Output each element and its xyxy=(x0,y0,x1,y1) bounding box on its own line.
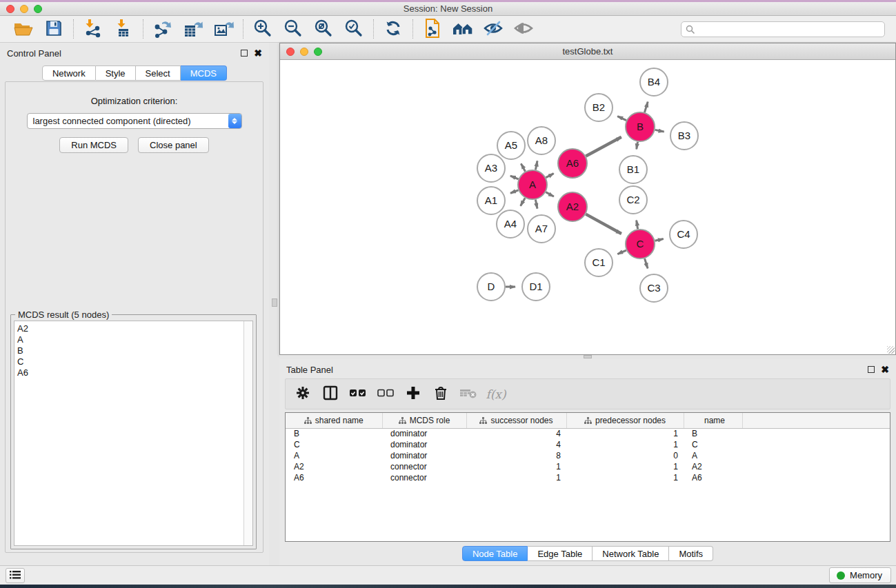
graph-edge-A-A4[interactable] xyxy=(521,198,526,206)
table-row[interactable]: Adominator80A xyxy=(286,450,890,461)
table-row[interactable]: A2connector11A2 xyxy=(286,461,890,472)
export-image-button[interactable] xyxy=(210,18,237,40)
table-row[interactable]: Bdominator41B xyxy=(286,428,890,439)
graph-node-label: A6 xyxy=(566,157,579,169)
save-session-button[interactable] xyxy=(40,18,68,40)
delete-column-button[interactable] xyxy=(430,384,451,405)
select-all-columns-button[interactable] xyxy=(348,384,368,405)
mcds-result-item[interactable]: A6 xyxy=(17,367,243,378)
graph-edge-C-C4[interactable] xyxy=(655,239,663,241)
float-panel-icon[interactable] xyxy=(868,366,875,373)
graph-edge-A-A1[interactable] xyxy=(510,190,518,193)
table-row[interactable]: A6connector11A6 xyxy=(286,472,890,483)
tab-style[interactable]: Style xyxy=(96,65,136,81)
graph-edge-A-A6[interactable] xyxy=(546,174,553,178)
export-network-button[interactable] xyxy=(149,18,177,40)
column-header-mcds-role[interactable]: MCDS role xyxy=(382,413,466,428)
table-cell: 1 xyxy=(466,472,566,483)
tab-motifs[interactable]: Motifs xyxy=(669,546,713,561)
close-panel-button[interactable]: Close panel xyxy=(138,137,209,153)
splitter-handle[interactable] xyxy=(272,298,277,307)
network-canvas[interactable]: AA1A2A3A4A5A6A7A8BB1B2B3B4CC1C2C3C4DD1 xyxy=(280,60,895,354)
tab-node-table[interactable]: Node Table xyxy=(462,546,528,561)
graph-edge-B-B2[interactable] xyxy=(617,116,626,121)
optimization-criterion-select[interactable]: largest connected component (directed) xyxy=(27,113,242,129)
zoom-in-button[interactable] xyxy=(249,18,277,40)
optimization-selected-value: largest connected component (directed) xyxy=(28,116,228,126)
table-cell xyxy=(742,439,890,450)
table-cell: 4 xyxy=(466,428,566,439)
graph-edge-A-A7[interactable] xyxy=(535,200,537,209)
mcds-result-item[interactable]: C xyxy=(17,356,243,367)
import-table-button[interactable] xyxy=(110,18,137,40)
task-history-button[interactable] xyxy=(6,568,25,583)
run-mcds-button[interactable]: Run MCDS xyxy=(59,137,128,153)
tab-network-table[interactable]: Network Table xyxy=(593,546,669,561)
table-tabs: Node TableEdge TableNetwork TableMotifs xyxy=(279,546,896,561)
table-row[interactable]: Cdominator41C xyxy=(286,439,890,450)
new-network-from-selection-button[interactable] xyxy=(419,18,446,40)
zoom-fit-button[interactable] xyxy=(310,18,337,40)
tab-edge-table[interactable]: Edge Table xyxy=(528,546,593,561)
resize-grip[interactable] xyxy=(887,346,895,354)
zoom-out-icon xyxy=(283,19,303,40)
close-panel-icon[interactable]: ✖ xyxy=(254,50,262,57)
double-house-icon xyxy=(452,19,474,39)
graph-edge-B-B3[interactable] xyxy=(655,130,664,132)
zoom-selected-button[interactable] xyxy=(340,18,368,40)
graph-edge-A-A5[interactable] xyxy=(521,163,525,171)
graph-edge-C-C3[interactable] xyxy=(645,258,648,268)
graph-edge-B-B1[interactable] xyxy=(637,142,638,150)
column-header-predecessor-nodes[interactable]: predecessor nodes xyxy=(566,413,684,428)
zoom-out-button[interactable] xyxy=(279,18,307,40)
show-all-button[interactable] xyxy=(510,18,537,40)
table-cell: B xyxy=(286,428,382,439)
refresh-button[interactable] xyxy=(379,18,407,40)
graph-edge-A2-C[interactable] xyxy=(586,214,621,234)
table-cell: connector xyxy=(382,461,466,472)
mcds-result-item[interactable]: A2 xyxy=(17,323,243,334)
mcds-result-item[interactable]: A xyxy=(17,334,243,345)
table-cell: 0 xyxy=(566,450,684,461)
tab-network[interactable]: Network xyxy=(42,65,96,81)
tab-select[interactable]: Select xyxy=(136,65,181,81)
column-header-shared-name[interactable]: shared name xyxy=(286,413,382,428)
graph-edge-A-A3[interactable] xyxy=(510,176,519,179)
home-button[interactable] xyxy=(449,18,477,40)
import-network-button[interactable] xyxy=(79,18,107,40)
workspace-column: testGlobe.txt AA1A2A3A4A5A6A7A8BB1B2B3B4… xyxy=(279,43,896,565)
unselect-all-columns-button[interactable] xyxy=(375,384,396,405)
graph-edge-A6-B[interactable] xyxy=(586,137,621,156)
close-panel-icon[interactable]: ✖ xyxy=(881,366,889,373)
export-table-button[interactable] xyxy=(179,18,207,40)
create-column-button[interactable] xyxy=(403,384,424,405)
graph-edge-C-C2[interactable] xyxy=(637,221,638,230)
network-window: testGlobe.txt AA1A2A3A4A5A6A7A8BB1B2B3B4… xyxy=(279,43,896,355)
network-graph[interactable]: AA1A2A3A4A5A6A7A8BB1B2B3B4CC1C2C3C4DD1 xyxy=(280,60,895,354)
network-window-titlebar[interactable]: testGlobe.txt xyxy=(280,43,895,60)
splitter-handle[interactable] xyxy=(584,355,592,358)
result-scrollbar[interactable] xyxy=(243,321,252,545)
graph-edge-C-C1[interactable] xyxy=(617,250,626,254)
graph-edge-A-A8[interactable] xyxy=(535,161,537,170)
graph-edge-B-B4[interactable] xyxy=(644,102,648,112)
mcds-result-item[interactable]: B xyxy=(17,345,243,356)
save-floppy-icon xyxy=(45,19,63,39)
search-input[interactable] xyxy=(681,21,885,37)
table-cell: 8 xyxy=(466,450,566,461)
vertical-splitter[interactable] xyxy=(269,43,279,565)
column-header-name[interactable]: name xyxy=(684,413,742,428)
column-header-successor-nodes[interactable]: successor nodes xyxy=(466,413,566,428)
export-table-icon xyxy=(183,19,203,40)
memory-button[interactable]: Memory xyxy=(829,567,891,583)
open-session-button[interactable] xyxy=(10,18,37,40)
delete-table-button[interactable] xyxy=(458,384,479,405)
graph-edge-A-A2[interactable] xyxy=(546,192,554,196)
hide-selected-button[interactable] xyxy=(479,18,507,40)
function-builder-button[interactable]: f(x) xyxy=(486,384,506,405)
table-toolbar: f(x) xyxy=(285,378,890,409)
show-columns-button[interactable] xyxy=(320,384,341,405)
table-settings-button[interactable] xyxy=(292,384,313,405)
float-panel-icon[interactable] xyxy=(241,50,248,57)
tab-mcds[interactable]: MCDS xyxy=(181,65,227,81)
